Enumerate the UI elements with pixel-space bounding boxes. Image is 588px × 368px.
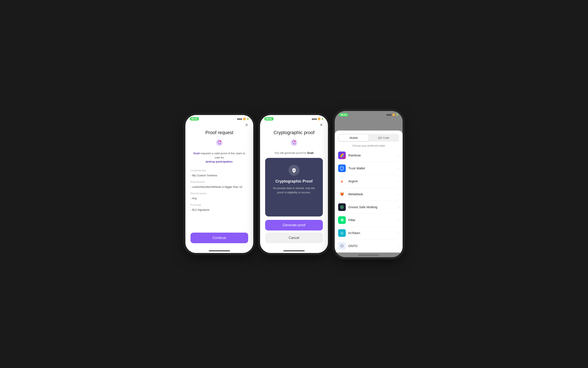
wallet-icon-rainbow: 🌈 <box>338 152 346 159</box>
wallet-subtitle: Choose your preferred wallet <box>335 144 403 147</box>
wallet-modal: Mobile QR Code Choose your preferred wal… <box>335 130 403 253</box>
chevron-argent: › <box>398 180 399 183</box>
tab-mobile[interactable]: Mobile <box>339 135 369 141</box>
time-2: 09:41 <box>264 117 274 120</box>
wallet-name-trust: Trust Wallet <box>348 166 398 170</box>
request-text: Grail requests a valid proof of this cla… <box>190 151 248 164</box>
signal-icon-2: ▮▮▮▮ <box>312 118 317 120</box>
tab-switcher: Mobile QR Code <box>338 134 399 142</box>
issuers-label: Allowed issuers <box>190 191 248 196</box>
status-icons-2: ▮▮▮▮ 📶 🔋 <box>312 118 324 120</box>
status-icons-1: ▮▮▮▮ 📶 🔋 <box>237 118 249 120</box>
chevron-onto: › <box>398 244 399 248</box>
request-highlight: airdrop participation: <box>206 160 233 163</box>
close-button-2[interactable]: ✕ <box>318 122 325 128</box>
cancel-button[interactable]: Cancel <box>265 233 323 243</box>
wallet-icon-trust <box>338 165 346 172</box>
wallet-item-onto[interactable]: ⬡ ONTO › <box>338 239 399 253</box>
rainbow-icon-inner: 🌈 <box>338 152 346 159</box>
wallet-icon-argent: ▲ <box>338 177 346 185</box>
wifi-icon: 📶 <box>243 118 246 120</box>
chevron-imtoken: › <box>398 231 399 235</box>
home-indicator-2 <box>283 250 305 251</box>
home-indicator-3 <box>358 255 379 256</box>
credential-label: Credential type <box>190 168 248 173</box>
issuers-value: - Any <box>190 196 248 201</box>
svg-point-5 <box>341 206 343 208</box>
chevron-trust: › <box>398 166 399 170</box>
wallet-item-argent[interactable]: ▲ Argent › <box>338 175 399 188</box>
crypto-card: Cryptographic Proof No private data is s… <box>265 158 323 216</box>
crypto-card-title: Cryptographic Proof <box>275 179 312 184</box>
screen2-content: ✕ Cryptographic proof You will generate … <box>260 122 328 248</box>
wallet-item-imtoken[interactable]: ◎ imToken › <box>338 227 399 239</box>
wallet-item-gnosis[interactable]: Gnosis Safe Multisig › <box>338 201 399 214</box>
wallet-icon-onto: ⬡ <box>338 242 346 250</box>
svg-point-0 <box>216 139 223 146</box>
brand-name-1: Grail <box>193 152 200 155</box>
chevron-pillar: › <box>398 218 399 222</box>
phone-1: 09:41 ▮▮▮▮ 📶 🔋 ✕ Proof request Grail req… <box>185 115 253 253</box>
wallet-item-metamask[interactable]: 🦊 MetaMask › <box>338 188 399 201</box>
signal-icon-3: ▮▮▮▮ <box>387 114 392 116</box>
brand-name-2: Grail <box>307 151 314 155</box>
screen1-title: Proof request <box>190 130 248 135</box>
battery-icon-2: 🔋 <box>321 118 324 120</box>
chevron-metamask: › <box>398 193 399 196</box>
proof-value: - BJJ Signature <box>190 207 248 213</box>
crypto-card-desc: No private data is shared, only the proo… <box>270 186 318 194</box>
wallet-icon-metamask: 🦊 <box>338 190 346 198</box>
wifi-icon-2: 📶 <box>318 118 320 120</box>
wallet-item-trust[interactable]: Trust Wallet › <box>338 162 399 175</box>
proof-subtext: You will generate proof for Grail <box>265 151 323 155</box>
wallet-name-imtoken: imToken <box>348 231 398 235</box>
wallet-icon-imtoken: ◎ <box>338 229 346 237</box>
wallet-name-rainbow: Rainbow <box>348 153 398 157</box>
time-3: 09:41 <box>339 113 348 117</box>
logo-icon-2 <box>265 139 323 148</box>
svg-point-3 <box>294 140 296 142</box>
wallet-name-onto: ONTO <box>348 244 398 248</box>
details-box: Credential type - My Custom Schema Requi… <box>190 168 248 230</box>
status-bar-2: 09:41 ▮▮▮▮ 📶 🔋 <box>260 115 328 122</box>
wallet-name-pillar: Pillar <box>348 218 398 222</box>
status-bar-3: 09:41 ▮▮▮▮ 📶 🔋 <box>335 111 403 118</box>
status-icons-3: ▮▮▮▮ 📶 🔋 <box>387 114 398 116</box>
tab-qr[interactable]: QR Code <box>369 135 398 141</box>
credential-value: - My Custom Schema <box>190 173 248 178</box>
chevron-rainbow: › <box>398 154 399 157</box>
proof-label: Proof type <box>190 202 248 207</box>
phone-2: 09:41 ▮▮▮▮ 📶 🔋 ✕ Cryptographic proof You… <box>260 115 328 253</box>
time-1: 09:41 <box>190 117 199 120</box>
phone-3: 09:41 ▮▮▮▮ 📶 🔋 Mobile QR Code Choose you… <box>335 111 403 257</box>
battery-icon-3: 🔋 <box>396 114 398 116</box>
wifi-icon-3: 📶 <box>392 114 395 116</box>
wallet-list: 🌈 Rainbow › Trust Wallet › ▲ Argent <box>335 149 403 253</box>
screen2-title: Cryptographic proof <box>265 130 323 135</box>
svg-point-1 <box>219 140 221 142</box>
wallet-name-argent: Argent <box>348 179 398 183</box>
signal-icon: ▮▮▮▮ <box>237 118 242 120</box>
logo-icon-1 <box>190 139 248 148</box>
svg-point-2 <box>291 139 297 146</box>
wallet-icon-pillar: ⊞ <box>338 216 346 224</box>
screen1-content: ✕ Proof request Grail requests a valid p… <box>185 122 253 248</box>
chevron-gnosis: › <box>398 205 399 209</box>
continue-button[interactable]: Continue <box>190 233 248 243</box>
wallet-item-rainbow[interactable]: 🌈 Rainbow › <box>338 149 399 162</box>
requirements-label: Requirements <box>190 180 248 184</box>
home-indicator-1 <box>209 250 230 251</box>
wallet-name-metamask: MetaMask <box>348 192 398 196</box>
generate-proof-button[interactable]: Generate proof <box>265 220 323 230</box>
requirements-value: - customNumberAttribute is bigger than 1… <box>190 184 248 190</box>
close-button-1[interactable]: ✕ <box>243 122 250 128</box>
shield-icon <box>289 165 299 176</box>
status-bar-1: 09:41 ▮▮▮▮ 📶 🔋 <box>185 115 253 122</box>
wallet-item-pillar[interactable]: ⊞ Pillar › <box>338 214 399 227</box>
battery-icon: 🔋 <box>246 118 249 120</box>
wallet-name-gnosis: Gnosis Safe Multisig <box>348 205 398 209</box>
wallet-icon-gnosis <box>338 203 346 211</box>
